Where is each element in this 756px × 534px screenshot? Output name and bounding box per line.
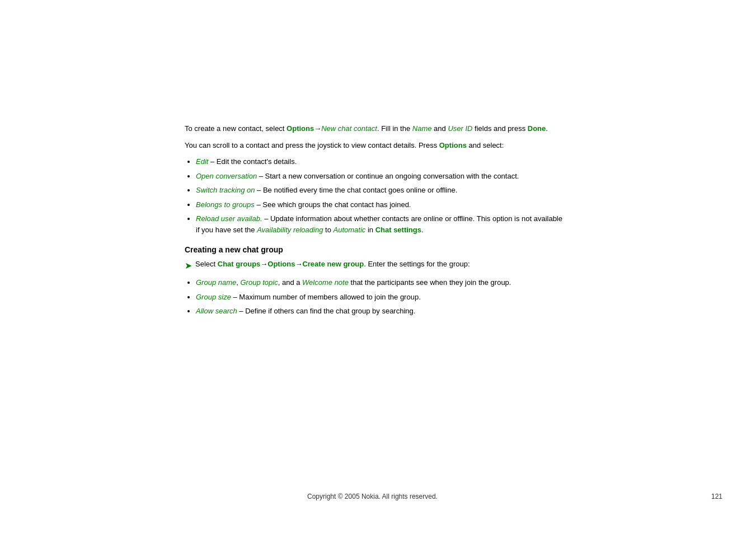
footer: Copyright © 2005 Nokia. All rights reser… <box>0 493 756 500</box>
group-settings-list: Group name, Group topic, and a Welcome n… <box>196 277 565 317</box>
arrow-para-after: . Enter the settings for the group: <box>364 260 469 268</box>
arrow-para-select: Select <box>195 260 218 268</box>
group-bullet3-italic: Allow search <box>196 307 237 315</box>
para1-user-id: User ID <box>448 124 472 133</box>
group-bullet1-name: Group name <box>196 278 236 287</box>
arrow-para-create-new-group: Create new group <box>302 260 364 268</box>
group-bullet2-rest: – Maximum number of members allowed to j… <box>231 293 421 301</box>
bullet5-italic: Reload user availab. <box>196 214 262 223</box>
para1-arrow: → <box>314 124 321 133</box>
list-item: Edit – Edit the contact's details. <box>196 156 565 167</box>
para1-done: Done <box>528 124 546 133</box>
group-bullet2-italic: Group size <box>196 293 231 301</box>
bullet2-rest: – Start a new conversation or continue a… <box>257 172 519 180</box>
bullet1-italic: Edit <box>196 157 208 166</box>
arrow-para-text: Select Chat groups→Options→Create new gr… <box>195 259 470 270</box>
bullet2-italic: Open conversation <box>196 172 257 180</box>
para-new-contact: To create a new contact, select Options→… <box>185 123 565 134</box>
group-bullet1-and: , and a <box>278 278 302 287</box>
para1-new-chat-contact: New chat contact <box>321 124 377 133</box>
list-item: Belongs to groups – See which groups the… <box>196 199 565 210</box>
group-bullet1-topic: Group topic <box>241 278 278 287</box>
bullet5-to: to <box>323 226 333 234</box>
bullet4-italic: Belongs to groups <box>196 200 255 209</box>
bullet5-availability: Availability reloading <box>257 226 323 234</box>
bullet3-rest: – Be notified every time the chat contac… <box>255 186 458 194</box>
arrow-paragraph: ➤ Select Chat groups→Options→Create new … <box>185 259 565 273</box>
group-bullet1-comma: , <box>236 278 240 287</box>
bullet5-in: in <box>365 226 375 234</box>
arrow-para-chat-groups: Chat groups <box>218 260 261 268</box>
footer-copyright: Copyright © 2005 Nokia. All rights reser… <box>34 493 711 500</box>
para1-text-fields: fields and press <box>472 124 527 133</box>
list-item: Reload user availab. – Update informatio… <box>196 213 565 235</box>
bullet4-rest: – See which groups the chat contact has … <box>255 200 411 209</box>
para1-text-before: To create a new contact, select <box>185 124 287 133</box>
arrow-right-icon: ➤ <box>185 259 192 273</box>
bullet5-automatic: Automatic <box>333 226 365 234</box>
bullet3-italic: Switch tracking on <box>196 186 255 194</box>
page-content: To create a new contact, select Options→… <box>185 123 565 322</box>
para-scroll-contact: You can scroll to a contact and press th… <box>185 140 565 151</box>
para2-options: Options <box>439 141 467 149</box>
footer-page-number: 121 <box>711 493 722 500</box>
arrow-para-options: Options <box>267 260 295 268</box>
arrow-para-arrow1: → <box>260 260 267 268</box>
para1-text-after: . Fill in the <box>377 124 412 133</box>
list-item: Group size – Maximum number of members a… <box>196 292 565 303</box>
para1-name: Name <box>412 124 432 133</box>
group-bullet1-rest: that the participants see when they join… <box>349 278 511 287</box>
arrow-para-arrow2: → <box>295 260 302 268</box>
section-heading-new-group: Creating a new chat group <box>185 245 565 254</box>
list-item: Switch tracking on – Be notified every t… <box>196 185 565 196</box>
list-item: Open conversation – Start a new conversa… <box>196 171 565 182</box>
para1-text-end: . <box>546 124 548 133</box>
bullet1-rest: – Edit the contact's details. <box>208 157 297 166</box>
list-item: Group name, Group topic, and a Welcome n… <box>196 277 565 288</box>
para1-text-and: and <box>431 124 448 133</box>
para2-text-before: You can scroll to a contact and press th… <box>185 141 439 149</box>
bullet5-chat-settings: Chat settings <box>375 226 421 234</box>
bullet5-end: . <box>421 226 424 234</box>
contact-options-list: Edit – Edit the contact's details. Open … <box>196 156 565 235</box>
group-bullet1-welcome: Welcome note <box>302 278 349 287</box>
group-bullet3-rest: – Define if others can find the chat gro… <box>237 307 416 315</box>
para1-options: Options <box>287 124 314 133</box>
para2-text-after: and select: <box>467 141 504 149</box>
list-item: Allow search – Define if others can find… <box>196 306 565 317</box>
